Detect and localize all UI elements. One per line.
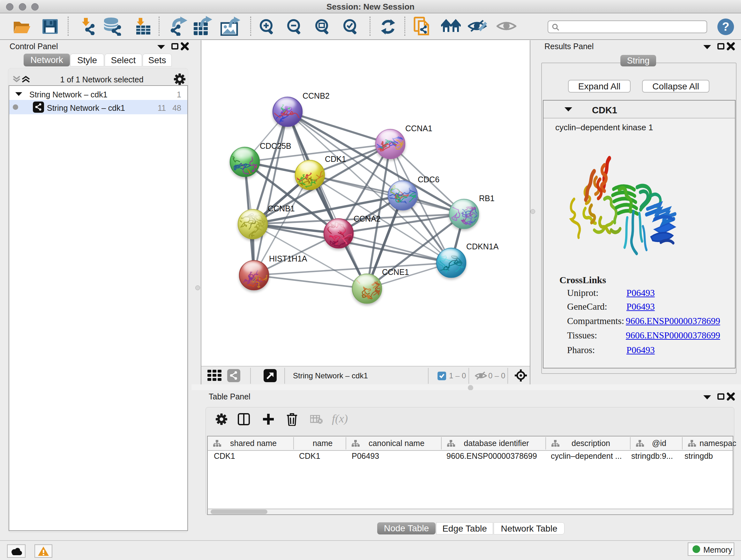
svg-text:CDK1: CDK1: [325, 154, 346, 164]
svg-text:CDC25B: CDC25B: [260, 141, 291, 150]
svg-text:CDC6: CDC6: [418, 175, 440, 184]
svg-text:CCNB1: CCNB1: [268, 204, 295, 213]
svg-text:CCNE1: CCNE1: [382, 267, 409, 276]
svg-text:CCNA1: CCNA1: [405, 124, 432, 133]
svg-text:CCNA2: CCNA2: [354, 214, 381, 223]
svg-text:HIST1H1A: HIST1H1A: [269, 254, 307, 263]
svg-text:CCNB2: CCNB2: [302, 91, 330, 100]
svg-text:CDKN1A: CDKN1A: [466, 242, 499, 251]
svg-text:RB1: RB1: [479, 194, 495, 203]
